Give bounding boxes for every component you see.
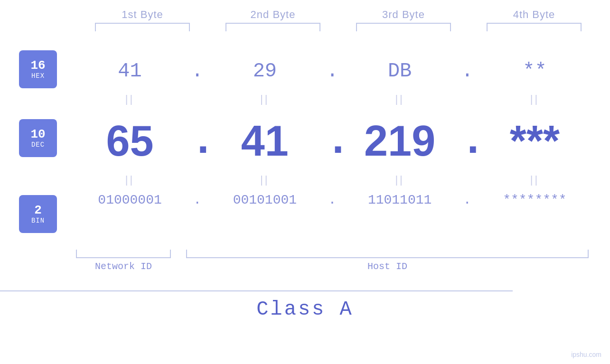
bracket-b3 (356, 23, 451, 31)
eq-values-2: || || || || (76, 174, 589, 186)
dec-b1: 65 (83, 117, 178, 166)
bin-dot3: . (460, 193, 474, 207)
eq2-b3: || (352, 174, 447, 186)
network-bracket (76, 250, 171, 258)
bin-b4: ******** (487, 193, 582, 207)
bin-b2: 00101001 (217, 193, 312, 207)
bottom-area: Network ID Host ID Class A (0, 250, 610, 321)
bin-b1: 01000001 (83, 193, 178, 207)
bin-dot2: . (325, 193, 339, 207)
byte4-header: 4th Byte (482, 9, 586, 21)
dec-b4: *** (487, 117, 582, 166)
watermark: ipshu.com (571, 351, 601, 358)
network-id-label: Network ID (76, 261, 171, 272)
top-brackets (77, 23, 600, 31)
dec-values: 65 . 41 . 219 . *** (76, 117, 589, 166)
eq-row-2: || || || || (0, 174, 610, 186)
hex-dot3: . (460, 60, 474, 83)
hex-values: 41 . 29 . DB . ** (76, 60, 589, 83)
byte-headers: 1st Byte 2nd Byte 3rd Byte 4th Byte (77, 9, 600, 21)
bottom-labels: Network ID Host ID (76, 261, 589, 277)
bracket-b2 (225, 23, 320, 31)
hex-b2: 29 (217, 60, 312, 83)
bin-b3: 11011011 (352, 193, 447, 207)
hex-b1: 41 (83, 60, 178, 83)
class-divider (0, 290, 513, 291)
host-bracket (186, 250, 589, 258)
bin-row: 01000001 . 00101001 . 11011011 . *******… (0, 193, 610, 207)
eq2-b2: || (217, 174, 312, 186)
hex-dot1: . (190, 60, 205, 83)
bracket-b1 (95, 23, 190, 31)
eq2-b4: || (487, 174, 582, 186)
hex-b3: DB (352, 60, 447, 83)
eq2-b1: || (83, 174, 178, 186)
bracket-b4 (487, 23, 582, 31)
body-area: 16 HEX 41 . 29 . DB . ** || || || (0, 31, 610, 364)
eq1-b2: || (217, 93, 312, 105)
dec-b2: 41 (217, 117, 312, 166)
dec-row: 65 . 41 . 219 . *** (0, 117, 610, 166)
dec-b3: 219 (352, 117, 447, 166)
dec-dot2: . (325, 117, 339, 166)
eq-row-1: || || || || (0, 93, 610, 105)
eq1-b4: || (487, 93, 582, 105)
class-label: Class A (0, 298, 610, 321)
byte2-header: 2nd Byte (221, 9, 325, 21)
host-id-label: Host ID (186, 261, 589, 272)
hex-row: 41 . 29 . DB . ** (0, 60, 610, 83)
byte3-header: 3rd Byte (351, 9, 456, 21)
dec-dot3: . (460, 117, 474, 166)
hex-b4: ** (487, 60, 582, 83)
bin-dot1: . (190, 193, 205, 207)
bin-values: 01000001 . 00101001 . 11011011 . *******… (76, 193, 589, 207)
eq-values-1: || || || || (76, 93, 589, 105)
hex-dot2: . (325, 60, 339, 83)
bin-badge-label: BIN (31, 217, 45, 224)
byte1-header: 1st Byte (90, 9, 195, 21)
eq1-b3: || (352, 93, 447, 105)
dec-dot1: . (190, 117, 205, 166)
bottom-brackets-lines (76, 250, 589, 259)
eq1-b1: || (83, 93, 178, 105)
main-container: 1st Byte 2nd Byte 3rd Byte 4th Byte 16 H… (0, 0, 610, 364)
